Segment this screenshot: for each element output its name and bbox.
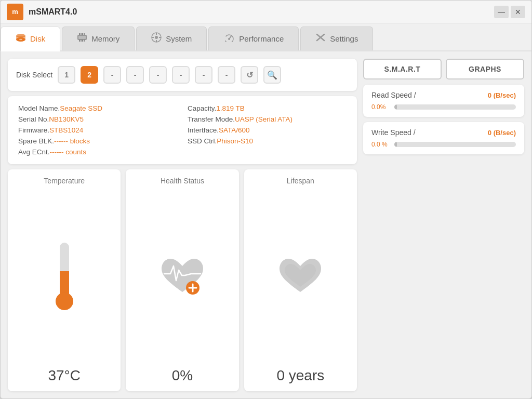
svg-rect-17 (156, 40, 157, 42)
refresh-button[interactable]: ↺ (241, 66, 258, 84)
svg-rect-6 (79, 33, 80, 35)
memory-tab-label: Memory (91, 34, 119, 43)
svg-rect-7 (81, 33, 82, 35)
read-speed-card: Read Speed / 0 (B/sec) 0.0% (363, 85, 524, 117)
smart-button[interactable]: S.M.A.R.T (363, 59, 442, 79)
app-logo: m (7, 4, 23, 20)
disk-btn-3[interactable]: - (103, 66, 121, 84)
search-button[interactable]: 🔍 (263, 66, 281, 84)
graphs-button[interactable]: GRAPHS (446, 59, 524, 79)
avgec-row: Avg ECnt. ------ counts (18, 148, 177, 156)
firmware-value: STBS1024 (49, 126, 83, 134)
svg-rect-10 (79, 39, 80, 42)
main-content: Disk Select 1 2 - - - - - - ↺ 🔍 Model Na… (1, 51, 531, 398)
svg-rect-18 (152, 37, 154, 38)
write-speed-bar-bg (394, 142, 516, 147)
right-panel: S.M.A.R.T GRAPHS Read Speed / 0 (B/sec) … (363, 59, 524, 391)
write-speed-label: Write Speed / (371, 128, 416, 137)
thermometer-fill (60, 271, 69, 295)
model-row: Model Name. Seagate SSD (18, 104, 177, 112)
disk-btn-1[interactable]: 1 (58, 66, 75, 84)
disk-btn-6[interactable]: - (172, 66, 190, 84)
window-controls: — ✕ (494, 6, 525, 18)
read-speed-pct: 0.0% (371, 103, 390, 111)
temperature-title: Temperature (44, 177, 85, 185)
disk-selector-card: Disk Select 1 2 - - - - - - ↺ 🔍 (8, 59, 357, 91)
firmware-label: Firmware. (18, 126, 49, 134)
health-ecg-svg (159, 256, 206, 297)
disk-btn-2[interactable]: 2 (81, 66, 98, 84)
disk-btn-5[interactable]: - (149, 66, 167, 84)
temperature-value: 37°C (48, 367, 81, 384)
temperature-card: Temperature 37°C (8, 169, 121, 391)
tab-settings[interactable]: Settings (300, 26, 373, 50)
disk-info-card: Model Name. Seagate SSD Capacity. 1.819 … (8, 96, 357, 164)
interface-value: SATA/600 (219, 126, 250, 134)
svg-rect-8 (82, 33, 83, 35)
health-value: 0% (172, 367, 193, 384)
read-speed-bar-bg (394, 104, 516, 110)
svg-rect-9 (84, 33, 85, 35)
read-speed-label: Read Speed / (371, 91, 416, 99)
system-tab-icon (151, 32, 162, 45)
firmware-row: Firmware. STBS1024 (18, 126, 177, 134)
svg-rect-16 (156, 33, 157, 35)
lifespan-icon (277, 190, 324, 362)
svg-rect-12 (82, 39, 83, 42)
svg-rect-13 (84, 39, 85, 42)
transfer-row: Transfer Mode. UASP (Serial ATA) (188, 115, 347, 123)
transfer-label: Transfer Mode. (188, 115, 235, 123)
read-speed-bar-fill (394, 104, 397, 110)
disk-btn-8[interactable]: - (218, 66, 235, 84)
health-title: Health Status (161, 177, 204, 185)
serial-value: NB130KV5 (49, 115, 84, 123)
system-tab-label: System (166, 34, 192, 43)
spare-value: ------ blocks (54, 137, 90, 145)
write-speed-bar-row: 0.0 % (371, 141, 516, 148)
disk-tab-icon (16, 32, 26, 45)
avgec-value: ------ counts (50, 148, 87, 156)
serial-label: Serial No. (18, 115, 49, 123)
minimize-button[interactable]: — (494, 6, 509, 18)
write-speed-pct: 0.0 % (371, 141, 390, 148)
serial-row: Serial No. NB130KV5 (18, 115, 177, 123)
svg-rect-5 (78, 36, 86, 39)
svg-point-3 (19, 39, 22, 41)
tab-memory[interactable]: Memory (62, 26, 135, 50)
tab-performance[interactable]: Performance (208, 26, 299, 50)
settings-tab-icon (315, 33, 326, 45)
close-button[interactable]: ✕ (511, 6, 525, 18)
model-value: Seagate SSD (60, 104, 102, 112)
disk-btn-7[interactable]: - (195, 66, 212, 84)
thermometer-icon (55, 243, 74, 310)
svg-point-15 (155, 36, 158, 39)
disk-btn-4[interactable]: - (126, 66, 144, 84)
tab-system[interactable]: System (136, 26, 207, 50)
health-icon (159, 190, 206, 362)
model-label: Model Name. (18, 104, 60, 112)
ssdctrl-value: Phison-S10 (217, 137, 253, 145)
write-speed-bar-fill (394, 142, 397, 147)
read-speed-bar-row: 0.0% (371, 103, 516, 111)
svg-rect-11 (81, 39, 82, 42)
memory-tab-icon (77, 33, 87, 45)
performance-tab-icon (223, 33, 235, 45)
action-buttons: S.M.A.R.T GRAPHS (363, 59, 524, 79)
app-title: mSMART4.0 (29, 7, 494, 17)
spare-row: Spare BLK. ------ blocks (18, 137, 177, 145)
spare-label: Spare BLK. (18, 137, 54, 145)
read-speed-value: 0 (B/sec) (488, 91, 516, 99)
interface-label: Intertface. (188, 126, 219, 134)
avgec-label: Avg ECnt. (18, 148, 50, 156)
tab-disk[interactable]: Disk (1, 26, 60, 51)
thermometer-container (55, 190, 74, 362)
thermometer-tube (60, 243, 69, 295)
app-window: m mSMART4.0 — ✕ Disk (0, 0, 532, 399)
disk-select-label: Disk Select (16, 71, 52, 79)
lifespan-card: Lifespan 0 years (244, 169, 357, 391)
svg-rect-19 (159, 37, 161, 38)
capacity-value: 1.819 TB (216, 104, 245, 112)
lifespan-value: 0 years (276, 367, 324, 384)
titlebar: m mSMART4.0 — ✕ (1, 1, 531, 23)
write-speed-value: 0 (B/sec) (488, 129, 516, 137)
